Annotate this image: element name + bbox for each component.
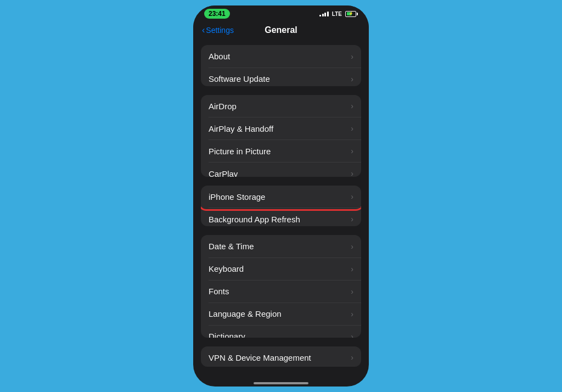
- settings-item-iphone-storage[interactable]: iPhone Storage ›: [201, 186, 361, 208]
- charging-bolt-icon: ⚡: [349, 12, 353, 16]
- back-label: Settings: [206, 26, 234, 35]
- airplay-handoff-label: AirPlay & Handoff: [209, 124, 273, 133]
- settings-item-fonts[interactable]: Fonts ›: [201, 280, 361, 303]
- settings-item-software-update[interactable]: Software Update ›: [201, 68, 361, 86]
- iphone-storage-label: iPhone Storage: [209, 192, 265, 201]
- chevron-right-icon: ›: [351, 287, 353, 296]
- language-region-label: Language & Region: [209, 309, 282, 318]
- settings-item-language-region[interactable]: Language & Region ›: [201, 303, 361, 325]
- settings-scroll-view[interactable]: About › Software Update › AirDrop › AirP…: [193, 41, 369, 378]
- settings-item-airplay-handoff[interactable]: AirPlay & Handoff ›: [201, 117, 361, 140]
- settings-item-background-app-refresh[interactable]: Background App Refresh ›: [201, 208, 361, 227]
- airdrop-label: AirDrop: [209, 102, 237, 111]
- chevron-right-icon: ›: [351, 353, 353, 362]
- settings-item-vpn-device-management[interactable]: VPN & Device Management ›: [201, 346, 361, 367]
- chevron-right-icon: ›: [351, 265, 353, 273]
- settings-item-about[interactable]: About ›: [201, 45, 361, 68]
- settings-group-5: VPN & Device Management ›: [201, 346, 361, 367]
- chevron-right-icon: ›: [351, 242, 353, 251]
- back-chevron-icon: ‹: [202, 26, 205, 35]
- nav-header: ‹ Settings General: [193, 21, 369, 41]
- settings-item-picture-in-picture[interactable]: Picture in Picture ›: [201, 140, 361, 163]
- software-update-label: Software Update: [209, 74, 270, 83]
- settings-group-4: Date & Time › Keyboard › Fonts › Languag…: [201, 235, 361, 337]
- lte-label: LTE: [332, 11, 342, 17]
- settings-item-date-time[interactable]: Date & Time ›: [201, 235, 361, 257]
- chevron-right-icon: ›: [351, 147, 353, 155]
- chevron-right-icon: ›: [351, 192, 353, 201]
- settings-group-2: AirDrop › AirPlay & Handoff › Picture in…: [201, 95, 361, 177]
- chevron-right-icon: ›: [351, 169, 353, 177]
- keyboard-label: Keyboard: [209, 264, 244, 273]
- chevron-right-icon: ›: [351, 75, 353, 83]
- chevron-right-icon: ›: [351, 215, 353, 223]
- vpn-device-management-label: VPN & Device Management: [209, 353, 311, 362]
- settings-item-dictionary[interactable]: Dictionary ›: [201, 325, 361, 337]
- chevron-right-icon: ›: [351, 52, 353, 61]
- chevron-right-icon: ›: [351, 124, 353, 133]
- chevron-right-icon: ›: [351, 310, 353, 318]
- home-indicator: [193, 378, 369, 387]
- battery-icon: ⚡: [345, 11, 358, 17]
- settings-group-3: iPhone Storage › Background App Refresh …: [201, 186, 361, 227]
- page-title: General: [265, 25, 297, 35]
- settings-item-airdrop[interactable]: AirDrop ›: [201, 95, 361, 117]
- carplay-label: CarPlay: [209, 169, 238, 177]
- dictionary-label: Dictionary: [209, 332, 245, 337]
- settings-group-1: About › Software Update ›: [201, 45, 361, 86]
- picture-in-picture-label: Picture in Picture: [209, 147, 271, 156]
- status-icons: LTE ⚡: [319, 11, 358, 17]
- signal-bars-icon: [319, 11, 329, 16]
- fonts-label: Fonts: [209, 287, 229, 296]
- settings-item-carplay[interactable]: CarPlay ›: [201, 163, 361, 177]
- settings-item-keyboard[interactable]: Keyboard ›: [201, 257, 361, 280]
- date-time-label: Date & Time: [209, 242, 254, 251]
- phone-frame: 23:41 LTE ⚡ ‹ Settings General: [193, 5, 369, 387]
- back-button[interactable]: ‹ Settings: [202, 26, 234, 35]
- chevron-right-icon: ›: [351, 332, 353, 338]
- about-label: About: [209, 52, 230, 61]
- status-bar: 23:41 LTE ⚡: [193, 5, 369, 21]
- home-bar: [254, 382, 308, 384]
- status-time: 23:41: [204, 9, 230, 19]
- chevron-right-icon: ›: [351, 102, 353, 110]
- background-app-refresh-label: Background App Refresh: [209, 215, 300, 224]
